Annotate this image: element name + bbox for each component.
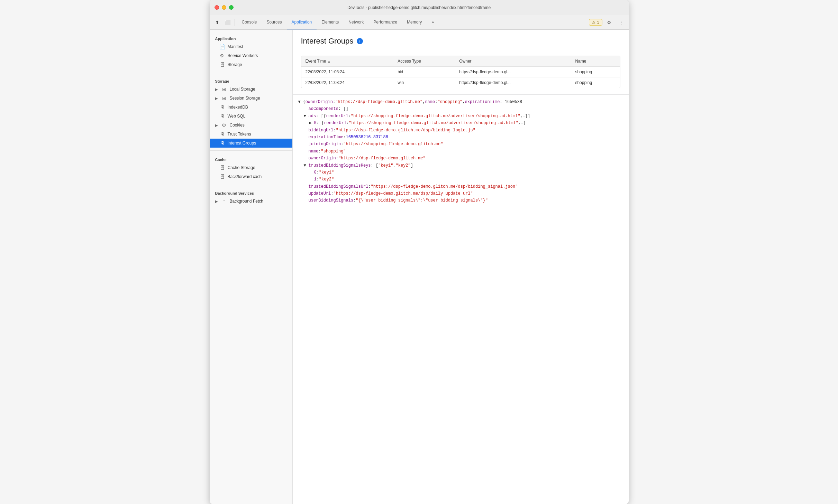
sidebar-section-background: Background Services <box>210 187 292 197</box>
inspect-icon-button[interactable]: ⬜ <box>223 18 233 27</box>
sidebar-item-session-storage[interactable]: ▶ ⊞ Session Storage <box>210 94 292 103</box>
detail-line-6: joiningOrigin : "https://shopping-fledge… <box>298 141 623 148</box>
detail-line-7: name : "shopping" <box>298 148 623 155</box>
more-options-icon: ⋮ <box>619 20 623 25</box>
spacer-4 <box>304 127 308 134</box>
background-fetch-arrow: ▶ <box>215 199 218 203</box>
sidebar-divider-2 <box>210 150 292 151</box>
settings-icon: ⚙ <box>607 20 611 25</box>
cell-owner-0: https://dsp-fledge-demo.gl... <box>455 67 571 77</box>
detail-line-14: userBiddingSignals : "{\"user_bidding_si… <box>298 197 623 204</box>
web-sql-icon: 🗄 <box>219 113 225 119</box>
sidebar-item-indexeddb[interactable]: 🗄 IndexedDB <box>210 103 292 112</box>
sidebar-item-storage-app[interactable]: 🗄 Storage <box>210 60 292 69</box>
sidebar-item-cache-storage[interactable]: 🗄 Cache Storage <box>210 163 292 172</box>
col-event-time[interactable]: Event Time ▲ <box>301 56 394 67</box>
cell-event-time-1: 22/03/2022, 11:03:24 <box>301 77 394 88</box>
cookies-icon: ⚙ <box>221 122 227 128</box>
sidebar-item-background-fetch[interactable]: ▶ ↑ Background Fetch <box>210 197 292 206</box>
sidebar-item-manifest[interactable]: 📄 Manifest <box>210 42 292 51</box>
cell-name-0: shopping <box>571 67 620 77</box>
manifest-icon: 📄 <box>219 44 225 49</box>
collapse-arrow-9[interactable]: ▼ <box>304 162 308 169</box>
indexeddb-icon: 🗄 <box>219 104 225 110</box>
spacer-11 <box>309 176 313 183</box>
tab-elements[interactable]: Elements <box>317 15 344 29</box>
cell-name-1: shopping <box>571 77 620 88</box>
spacer-7 <box>304 148 308 155</box>
col-name[interactable]: Name <box>571 56 620 67</box>
tab-application[interactable]: Application <box>287 15 317 29</box>
tab-more[interactable]: » <box>427 15 439 29</box>
sidebar-item-backforward-cache[interactable]: 🗄 Back/forward cach <box>210 172 292 181</box>
warning-icon: ⚠ <box>592 20 595 25</box>
inspect-icon: ⬜ <box>225 20 230 25</box>
col-access-type[interactable]: Access Type <box>393 56 455 67</box>
sidebar-divider-1 <box>210 72 292 72</box>
devtools-window: DevTools - publisher-fledge-demo.glitch.… <box>210 0 629 504</box>
detail-line-1: adComponents : [] <box>298 105 623 112</box>
window-title: DevTools - publisher-fledge-demo.glitch.… <box>347 5 491 10</box>
sidebar-section-storage: Storage <box>210 75 292 85</box>
detail-panel[interactable]: ▼ { ownerOrigin : "https://dsp-fledge-de… <box>293 94 629 504</box>
main-layout: Application 📄 Manifest ⚙ Service Workers… <box>210 30 629 504</box>
sidebar-item-cookies[interactable]: ▶ ⚙ Cookies <box>210 121 292 130</box>
data-table: Event Time ▲ Access Type Owner Name <box>301 56 620 88</box>
table-body: 22/03/2022, 11:03:24 bid https://dsp-fle… <box>301 67 620 88</box>
sidebar-item-service-workers[interactable]: ⚙ Service Workers <box>210 51 292 60</box>
tab-memory[interactable]: Memory <box>402 15 427 29</box>
local-storage-icon: ⊞ <box>221 86 227 92</box>
spacer-12 <box>304 183 308 190</box>
sidebar-section-application: Application <box>210 32 292 42</box>
col-owner[interactable]: Owner <box>455 56 571 67</box>
detail-line-10: 0 : "key1" <box>298 169 623 176</box>
tab-console[interactable]: Console <box>237 15 262 29</box>
spacer-6 <box>304 141 308 148</box>
tab-performance[interactable]: Performance <box>368 15 402 29</box>
toolbar: ⬆ ⬜ Console Sources Application Elements… <box>210 15 629 30</box>
tab-sources[interactable]: Sources <box>262 15 287 29</box>
collapse-arrow-2[interactable]: ▼ <box>304 113 308 120</box>
detail-line-9: ▼ trustedBiddingSignalsKeys : [ "key1" ,… <box>298 162 623 169</box>
spacer-8 <box>304 155 308 162</box>
backforward-cache-icon: 🗄 <box>219 174 225 179</box>
sidebar-item-local-storage[interactable]: ▶ ⊞ Local Storage <box>210 85 292 94</box>
cursor-icon-button[interactable]: ⬆ <box>212 18 222 27</box>
background-fetch-icon: ↑ <box>221 198 227 204</box>
sidebar-item-web-sql[interactable]: 🗄 Web SQL <box>210 112 292 121</box>
spacer-5 <box>304 134 308 141</box>
maximize-button[interactable] <box>229 5 234 10</box>
detail-line-2: ▼ ads : [{ renderUrl : "https://shopping… <box>298 113 623 120</box>
more-options-button[interactable]: ⋮ <box>616 18 626 27</box>
detail-line-11: 1 : "key2" <box>298 176 623 183</box>
session-storage-arrow: ▶ <box>215 96 218 100</box>
detail-line-5: expirationTime : 1650538216.837188 <box>298 134 623 141</box>
minimize-button[interactable] <box>222 5 226 10</box>
sidebar-item-interest-groups[interactable]: 🗄 Interest Groups <box>210 139 292 148</box>
trust-tokens-icon: 🗄 <box>219 131 225 137</box>
close-button[interactable] <box>215 5 219 10</box>
spacer-1 <box>304 105 308 112</box>
table-row[interactable]: 22/03/2022, 11:03:24 bid https://dsp-fle… <box>301 67 620 77</box>
toolbar-right: ⚠ 1 ⚙ ⋮ <box>589 18 626 27</box>
table-header: Event Time ▲ Access Type Owner Name <box>301 56 620 67</box>
tab-network[interactable]: Network <box>344 15 368 29</box>
collapse-arrow-0[interactable]: ▼ <box>298 99 302 105</box>
collapse-arrow-3[interactable]: ▶ <box>309 120 313 127</box>
session-storage-icon: ⊞ <box>221 95 227 101</box>
table-row[interactable]: 22/03/2022, 11:03:24 win https://dsp-fle… <box>301 77 620 88</box>
detail-line-8: ownerOrigin : "https://dsp-fledge-demo.g… <box>298 155 623 162</box>
settings-button[interactable]: ⚙ <box>604 18 614 27</box>
info-icon[interactable]: i <box>357 38 363 44</box>
toolbar-divider <box>235 19 235 26</box>
warning-badge[interactable]: ⚠ 1 <box>589 19 602 26</box>
storage-app-icon: 🗄 <box>219 62 225 67</box>
local-storage-arrow: ▶ <box>215 87 218 91</box>
spacer-13 <box>304 190 308 197</box>
detail-line-13: updateUrl : "https://dsp-fledge-demo.gli… <box>298 190 623 197</box>
cell-owner-1: https://dsp-fledge-demo.gl... <box>455 77 571 88</box>
sidebar-item-trust-tokens[interactable]: 🗄 Trust Tokens <box>210 130 292 139</box>
page-title: Interest Groups i <box>301 37 620 46</box>
content-area: Interest Groups i Event Time ▲ A <box>293 30 629 504</box>
sidebar: Application 📄 Manifest ⚙ Service Workers… <box>210 30 293 504</box>
